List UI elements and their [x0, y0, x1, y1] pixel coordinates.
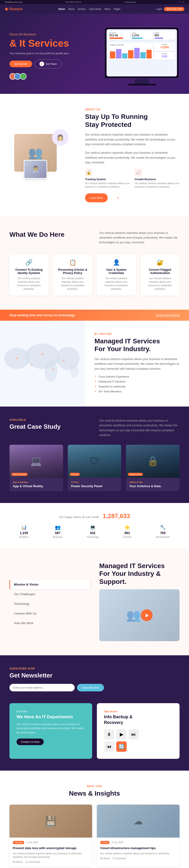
hero-secondary-btn[interactable]: Get Team	[34, 59, 62, 68]
industry-title: Managed IT ServicesFor Your Industry &Su…	[99, 562, 180, 586]
bar-3	[122, 53, 128, 59]
it-icon-next: ⏭	[129, 729, 139, 740]
nav-pages[interactable]: Pages	[114, 8, 120, 10]
login-link[interactable]: Login	[156, 8, 162, 10]
news-label: Best For	[9, 785, 180, 787]
bar-6	[140, 52, 146, 59]
case-category-0: App & Develop	[13, 481, 60, 484]
news-excerpt-1: Our vertical solutions expertise allows …	[100, 852, 176, 855]
news-author-0: By Admin 15 Comments	[13, 861, 89, 863]
it-icon-refresh: 🔄	[116, 741, 127, 752]
services-title: What We Do Here	[9, 230, 90, 239]
industry-menu: Mission & Vision Our Challenges Technolo…	[9, 580, 90, 628]
about-images: 👥 👨‍💼 👩	[9, 129, 76, 181]
side-stats: Growth +23% Clients 846	[154, 43, 175, 60]
industry-menu-item-2[interactable]: Technology	[9, 599, 90, 609]
newsletter-label: Subscribe Now	[9, 667, 180, 670]
social-fb[interactable]: f	[179, 1, 179, 3]
counter-label-4: Development	[156, 536, 170, 538]
counter-value-4: 765	[160, 531, 166, 535]
news-image-0: 💾	[9, 805, 92, 838]
case-image-1: 🛡 IT Docs	[68, 445, 122, 478]
counter-section: Our happy clients all over world: 1,287,…	[0, 503, 189, 548]
service-icon-3: 🔐	[144, 259, 176, 266]
case-grid: 💻 App & Develop App & Develop App & Virt…	[9, 445, 180, 491]
social-li[interactable]: in	[183, 1, 184, 3]
industry-menu-item-3[interactable]: Careers With Us	[9, 609, 90, 618]
case-title: Great Case Study	[9, 423, 90, 430]
case-card-0[interactable]: 💻 App & Develop App & Develop App & Virt…	[9, 445, 63, 491]
social-tw[interactable]: t	[181, 1, 181, 3]
counter-label-0: Analytics	[19, 536, 29, 538]
case-title-1: Power Security Panel	[71, 484, 118, 488]
newsletter-submit-btn[interactable]: Subscribe Now	[77, 684, 104, 691]
about-play-icon	[115, 195, 120, 200]
about-title: Stay Up To RunningStay Protected	[85, 113, 180, 128]
news-body-1: Cloud 3 Jul, 2023 Cloud infrastructure m…	[97, 838, 180, 863]
industry-menu-item-0[interactable]: Mission & Vision	[9, 580, 90, 589]
newsletter-title: Get Newsletter	[9, 672, 180, 679]
nav-case-study[interactable]: Case Study	[89, 8, 101, 10]
case-image-0: 💻 App & Develop	[9, 445, 63, 478]
case-card-2[interactable]: 🔒 Others & Dev Others & Dev Your Antivir…	[126, 445, 180, 491]
hero-content: Focus On Business & It Services Your bus…	[9, 33, 94, 80]
service-text-1: Our vertical solutions expertise allows …	[57, 277, 88, 291]
counter-main-value: 1,287,633	[103, 513, 130, 520]
hero-title-main: It Services	[19, 38, 69, 49]
about-small-image: 👨‍💼	[24, 160, 47, 179]
world-map-svg	[0, 321, 85, 406]
newsletter-form: Subscribe Now	[9, 684, 104, 691]
counter-value-3: 891	[125, 531, 130, 535]
check-item-3: 50+ Team Members	[94, 390, 180, 393]
counter-items: 📊 1,235 Analytics 👥 587 Business 💻 432 T…	[9, 524, 180, 538]
news-grid: 💾 Security 2 Jul, 2023 Prevent data loss…	[9, 805, 180, 868]
hero-primary-btn[interactable]: Get Started	[9, 61, 32, 67]
banner-text: Stop wasting time and money on technolog…	[9, 313, 75, 317]
industry-menu-item-1[interactable]: Our Challenges	[9, 590, 90, 599]
it-departments-section: All In One We Have An IT Departments Our…	[0, 703, 189, 771]
nav-about[interactable]: About	[68, 8, 74, 10]
hero-title-prefix: &	[9, 38, 17, 49]
dash-card-3: Orders 892	[154, 31, 175, 40]
banner-link[interactable]: Explore our services	[156, 314, 180, 316]
counter-label-2: Technology	[87, 536, 99, 538]
side-card-2: Clients 846	[154, 52, 175, 60]
service-text-3: Our vertical solutions expertise allows …	[144, 277, 176, 291]
about-label: About Us	[85, 108, 180, 111]
industry-menu-item-4[interactable]: How We Work	[9, 619, 90, 628]
trial-button[interactable]: Start Free Trial	[164, 7, 184, 11]
news-card-1[interactable]: ☁ Cloud 3 Jul, 2023 Cloud infrastructure…	[97, 805, 180, 867]
nav-home[interactable]: Home	[58, 8, 65, 10]
hero-avatars: ✓	[9, 73, 94, 80]
newsletter-email-input[interactable]	[9, 684, 75, 691]
case-card-1[interactable]: 🛡 IT Docs IT Docs Power Security Panel	[68, 445, 122, 491]
news-excerpt-0: Our vertical solutions expertise allows …	[13, 852, 89, 859]
it-contact-btn[interactable]: Contact Us Now	[17, 739, 44, 745]
news-author-1: By Admin 8 Comments	[100, 857, 176, 860]
industry-section: Mission & Vision Our Challenges Technolo…	[0, 548, 189, 655]
tracking-icon: 🔒	[85, 169, 92, 176]
hero-section: Focus On Business & It Services Your bus…	[0, 14, 189, 94]
about-team-btn[interactable]: Get Team	[111, 193, 138, 202]
services-title-block: What We Do Here	[9, 230, 90, 242]
bar-chart	[110, 47, 152, 59]
news-card-0[interactable]: 💾 Security 2 Jul, 2023 Prevent data loss…	[9, 805, 92, 867]
case-header: Available Great Case Study Our vertical …	[9, 418, 180, 438]
counter-item-4: 🔧 765 Development	[156, 524, 170, 538]
nav-links: Home About Service Case Study News Pages	[58, 8, 120, 10]
it-blue-label: All In One	[17, 710, 85, 713]
users-bar	[132, 37, 143, 39]
nav-news[interactable]: News	[104, 8, 110, 10]
counter-item-0: 📊 1,235 Analytics	[19, 524, 29, 538]
managed-content: By Sector Managed IT ServicesFor Your In…	[85, 321, 189, 406]
about-learn-btn[interactable]: Learn More	[85, 193, 108, 202]
about-description2: Our vertical solutions expertise allows …	[85, 150, 180, 165]
counter-icon-4: 🔧	[160, 524, 166, 530]
counter-label-1: Business	[53, 536, 63, 538]
industry-play-btn[interactable]	[141, 609, 153, 621]
nav-service[interactable]: Service	[78, 8, 85, 10]
news-meta-1: Cloud 3 Jul, 2023	[100, 841, 176, 844]
it-white-title: Info Backup &Recovery	[104, 714, 172, 725]
hero-title: & It Services	[9, 38, 94, 49]
case-category-2: Others & Dev	[129, 481, 176, 484]
